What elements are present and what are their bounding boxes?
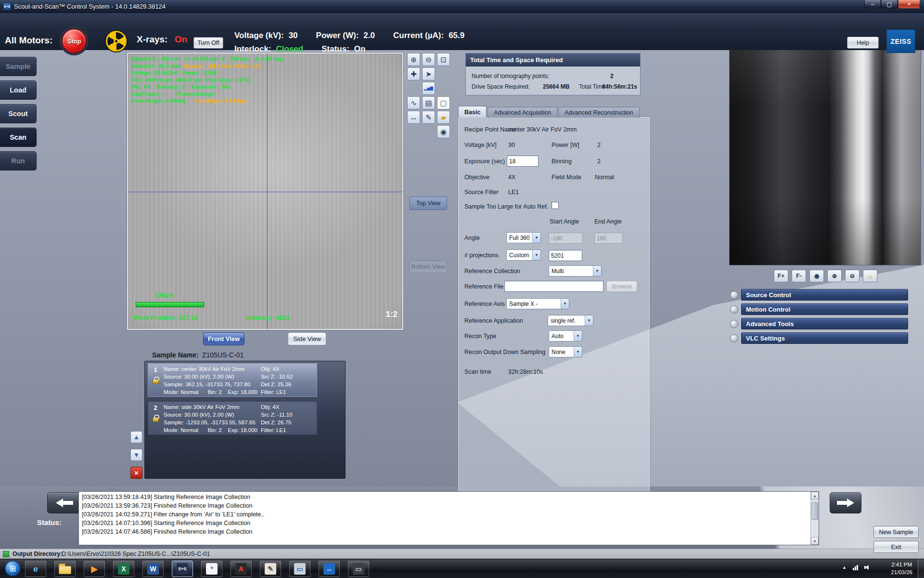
zeiss-logo: ZEISS <box>886 29 915 53</box>
start-button[interactable]: ⊞ <box>5 561 21 577</box>
taskbar-internet-explorer[interactable]: e <box>25 561 46 577</box>
exit-button[interactable]: Exit <box>873 541 919 553</box>
projections-mode-select[interactable]: Custom▼ <box>506 250 541 261</box>
minimize-button[interactable]: – <box>864 0 881 9</box>
close-button[interactable]: × <box>898 0 920 9</box>
camera-zoom-out-icon[interactable]: ⊖ <box>845 270 860 282</box>
show-desktop-button[interactable] <box>918 559 924 578</box>
taskbar-word[interactable]: W <box>142 561 164 577</box>
measure-icon[interactable]: ↔ <box>407 111 420 124</box>
windows-taskbar: ⊞ e▶XWS+S*A✎▭↔▭ ▲ 2:41 PM 21/03/26 <box>0 559 924 578</box>
recon-type-select[interactable]: Auto▼ <box>549 330 582 342</box>
auto-ref-label: Sample Too Large for Auto Ref. <box>464 203 548 210</box>
angle-mode-select[interactable]: Full 360▼ <box>506 232 541 243</box>
zoom-fit-icon[interactable]: ⊡ <box>437 53 450 66</box>
previous-step-button[interactable] <box>47 492 82 513</box>
volume-icon[interactable] <box>864 565 870 570</box>
pan-icon[interactable]: ✚ <box>407 67 420 80</box>
taskbar-remote-monitor[interactable]: ▭ <box>348 561 369 577</box>
recipe-point-row-2[interactable]: 2Name: side 30kV Air FoV 2mmObj: 4XSourc… <box>148 401 317 435</box>
move-down-button[interactable]: ▼ <box>130 449 142 461</box>
sidebar-item-load[interactable]: Load <box>0 80 37 100</box>
histogram-icon[interactable]: ▂▅▇ <box>422 82 435 95</box>
scroll-thumb[interactable] <box>811 502 818 520</box>
recon-downsample-select[interactable]: None▼ <box>549 346 582 357</box>
new-sample-button[interactable]: New Sample <box>873 526 919 538</box>
tab-advanced-reconstruction[interactable]: Advanced Reconstruction <box>558 107 639 118</box>
camera-snapshot-icon[interactable]: ◉ <box>809 270 824 282</box>
tab-advanced-acquisition[interactable]: Advanced Acquisition <box>488 107 557 118</box>
levels-icon[interactable]: ▤ <box>422 96 435 109</box>
expander-icon[interactable] <box>730 334 738 342</box>
taskbar-media-player[interactable]: ▶ <box>84 561 105 577</box>
open-folder-icon[interactable]: ▰ <box>437 111 450 124</box>
taskbar-paint[interactable]: ✎ <box>260 561 281 577</box>
log-scrollbar[interactable]: ▲ ▼ <box>810 492 819 545</box>
maximize-button[interactable]: ▢ <box>881 0 898 9</box>
expander-icon[interactable] <box>730 305 738 314</box>
reference-collection-select[interactable]: Multi▼ <box>549 265 602 276</box>
sidebar-item-scout[interactable]: Scout <box>0 104 37 123</box>
focus-plus-button[interactable]: F+ <box>774 270 788 282</box>
profile-icon[interactable]: ∿ <box>407 96 420 109</box>
reference-application-select[interactable]: single ref.▼ <box>548 315 593 326</box>
recipe-point-row-1[interactable]: 1Name: center 30kV Air FoV 2mmObj: 4XSou… <box>148 363 317 397</box>
taskbar-clock[interactable]: 2:41 PM 21/03/26 <box>891 561 912 576</box>
xray-image[interactable]: Sample X: 362 um Y: -31734 um Z: 736 um … <box>128 53 402 329</box>
zoom-out-icon[interactable]: ⊖ <box>422 53 435 66</box>
scan-time-value: 32h:28m:10s <box>508 368 543 375</box>
display-icon[interactable]: ▢ <box>437 96 450 109</box>
camera-zoom-in-icon[interactable]: ⊕ <box>827 270 842 282</box>
app-icon: S+S <box>3 2 11 11</box>
next-step-button[interactable] <box>830 492 861 513</box>
sample-name-value: Z105US-C-01 <box>202 351 244 359</box>
accordion-source-control[interactable]: Source Control <box>741 289 908 301</box>
turn-off-label: Turn Off <box>197 39 219 46</box>
bottom-view-label: Bottom View <box>411 263 445 270</box>
move-up-button[interactable]: ▲ <box>130 431 142 443</box>
annotation-icon[interactable]: ✎ <box>422 111 435 124</box>
zoom-in-icon[interactable]: ⊕ <box>407 53 420 66</box>
chevron-down-icon: ▼ <box>532 250 540 260</box>
taskbar-acrobat[interactable]: A <box>231 561 252 577</box>
current-readout-label: Current (µA): <box>393 31 444 40</box>
all-motors-stop-button[interactable]: Stop <box>62 28 87 53</box>
taskbar-excel[interactable]: X <box>113 561 134 577</box>
taskbar-file-explorer[interactable] <box>54 561 76 577</box>
expander-icon[interactable] <box>730 320 738 328</box>
status-log-label: Status: <box>37 518 62 526</box>
front-view-button[interactable]: Front View <box>203 332 244 345</box>
taskbar-utility[interactable]: * <box>201 561 222 577</box>
side-view-button[interactable]: Side View <box>288 332 326 345</box>
taskbar-teamviewer[interactable]: ↔ <box>319 561 340 577</box>
reference-file-input[interactable] <box>504 281 603 292</box>
network-icon[interactable] <box>853 565 858 570</box>
expander-icon[interactable] <box>730 291 738 299</box>
taskbar-scout-and-scan[interactable]: S+S <box>172 561 193 577</box>
scroll-up-icon[interactable]: ▲ <box>811 492 819 499</box>
auto-ref-checkbox[interactable] <box>552 202 559 209</box>
sidebar-item-scan[interactable]: Scan <box>0 128 37 147</box>
exposure-input[interactable]: 18 <box>507 156 539 167</box>
scroll-down-icon[interactable]: ▼ <box>811 537 819 545</box>
projections-input[interactable]: 5201 <box>549 250 582 261</box>
accordion-advanced-tools[interactable]: Advanced Tools <box>741 318 908 329</box>
bottom-view-button: Bottom View <box>410 261 447 273</box>
voltage-readout-label: Voltage (kV): <box>234 31 284 40</box>
tab-basic[interactable]: Basic <box>458 106 487 118</box>
light-toggle-icon[interactable]: ☼ <box>863 270 877 282</box>
accordion-motion-control[interactable]: Motion Control <box>741 303 908 315</box>
focus-minus-button[interactable]: F- <box>792 270 806 282</box>
tomo-points-label: Number of tomography points: <box>472 73 549 79</box>
top-view-button[interactable]: Top View <box>410 197 447 210</box>
snapshot-icon[interactable]: ◉ <box>437 125 450 138</box>
accordion-vlc-settings[interactable]: VLC Settings <box>741 332 908 344</box>
pointer-icon[interactable]: ➤ <box>422 67 435 80</box>
delete-point-button[interactable]: × <box>130 467 142 479</box>
tray-chevron-icon[interactable]: ▲ <box>842 565 847 570</box>
reference-axis-select[interactable]: Sample X -▼ <box>506 298 569 309</box>
chevron-down-icon: ▼ <box>561 299 569 309</box>
xrays-turn-off-button[interactable]: Turn Off <box>193 37 223 49</box>
help-button[interactable]: Help <box>847 37 879 49</box>
taskbar-display-tool[interactable]: ▭ <box>289 561 310 577</box>
